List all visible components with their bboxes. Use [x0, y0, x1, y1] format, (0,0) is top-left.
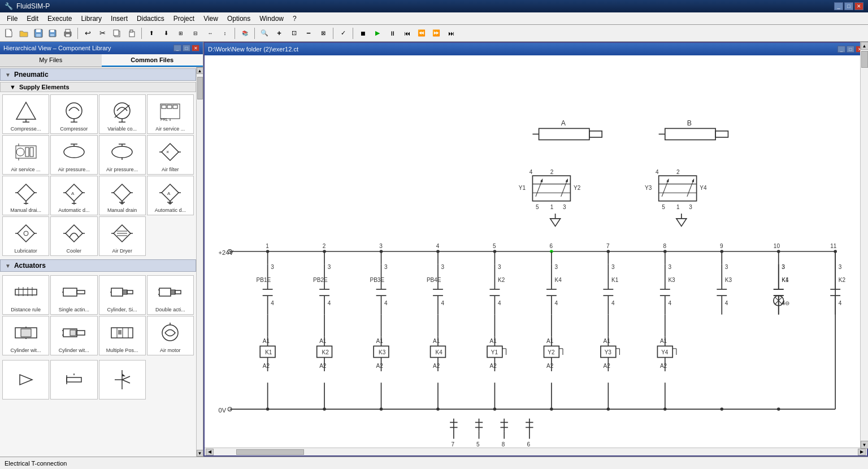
h-scroll-thumb[interactable]: [236, 449, 304, 455]
zoom-reset-button[interactable]: ⊠: [316, 27, 330, 40]
component-single-acting[interactable]: Single actin...: [50, 275, 97, 315]
menu-options[interactable]: Options: [223, 14, 255, 24]
svg-text:4: 4: [839, 300, 842, 306]
doc-minimize-button[interactable]: _: [837, 46, 845, 53]
menu-window[interactable]: Window: [255, 14, 288, 24]
component-air-service[interactable]: FRL Air service ...: [147, 94, 194, 134]
component-air-motor[interactable]: Air motor: [147, 316, 194, 355]
component-cooler[interactable]: Cooler: [50, 216, 97, 256]
component-extra-2[interactable]: [50, 360, 97, 399]
scroll-down-button[interactable]: ▼: [197, 450, 203, 457]
panel-minimize-button[interactable]: _: [173, 45, 181, 51]
title-bar: 🔧 FluidSIM-P _ □ ✕: [0, 0, 868, 12]
tab-my-files[interactable]: My Files: [0, 54, 102, 67]
scroll-up-button[interactable]: ▲: [197, 67, 203, 74]
component-extra-1[interactable]: [2, 360, 49, 399]
category-actuators[interactable]: ▼ Actuators: [0, 259, 196, 272]
dist-v-button[interactable]: ↕: [218, 27, 232, 40]
menu-project[interactable]: Project: [169, 14, 199, 24]
dist-h-button[interactable]: ↔: [203, 27, 217, 40]
maximize-button[interactable]: □: [844, 2, 853, 10]
panel-close-button[interactable]: ✕: [192, 45, 199, 51]
v-scroll-down-right[interactable]: ▼: [861, 441, 869, 449]
svg-rect-131: [665, 128, 715, 140]
zoom-out-button[interactable]: −: [302, 27, 315, 40]
align-top-button[interactable]: ⬆: [145, 27, 158, 40]
doc-canvas[interactable]: A B: [205, 55, 867, 448]
component-air-dryer[interactable]: Air Dryer: [99, 216, 146, 256]
component-auto-drain-2[interactable]: A Automatic d...: [147, 176, 194, 215]
component-multiple-pos[interactable]: Multiple Pos...: [99, 316, 146, 355]
copy-button[interactable]: [110, 27, 124, 40]
component-library-panel: Hierarchical View – Component Library _ …: [0, 42, 203, 457]
check-button[interactable]: ✓: [336, 27, 350, 40]
close-button[interactable]: ✕: [854, 2, 863, 10]
component-manual-drain-2[interactable]: Manual drain: [99, 176, 146, 215]
component-air-service-2[interactable]: Air service ...: [2, 135, 49, 175]
new-button[interactable]: [2, 27, 16, 40]
menu-execute[interactable]: Execute: [43, 14, 76, 24]
step-fwd-button[interactable]: ⏩: [429, 27, 443, 40]
component-compressor-triangle[interactable]: Compresse...: [2, 94, 49, 134]
save-button[interactable]: [32, 27, 45, 40]
print-button[interactable]: [61, 27, 75, 40]
component-extra-3[interactable]: [99, 360, 146, 399]
align-bottom-button[interactable]: ⬇: [159, 27, 173, 40]
zoom-in-button[interactable]: +: [272, 27, 286, 40]
doc-maximize-button[interactable]: □: [847, 46, 854, 53]
minimize-button[interactable]: _: [834, 2, 843, 10]
category-pneumatic[interactable]: ▼ Pneumatic: [0, 68, 196, 81]
component-manual-drain[interactable]: Manual drai...: [2, 176, 49, 215]
tab-common-files[interactable]: Common Files: [102, 54, 203, 67]
svg-rect-89: [63, 288, 77, 296]
menu-library[interactable]: Library: [76, 14, 106, 24]
menu-edit[interactable]: Edit: [22, 14, 43, 24]
component-variable-compressor[interactable]: Variable co...: [99, 94, 146, 134]
fast-fwd-button[interactable]: ⏭: [444, 27, 458, 40]
component-double-acting[interactable]: Double acti...: [147, 275, 194, 315]
component-air-pressure[interactable]: Air pressure...: [50, 135, 97, 175]
svg-text:Y4: Y4: [700, 185, 707, 191]
panel-scrollbar[interactable]: ▲ ▼: [196, 67, 203, 457]
component-air-pressure-2[interactable]: Air pressure...: [99, 135, 146, 175]
menu-file[interactable]: File: [2, 14, 22, 24]
component-distance-rule[interactable]: Distance rule: [2, 275, 49, 315]
zoom-window-button[interactable]: 🔍: [258, 27, 271, 40]
library-button[interactable]: 📚: [238, 27, 251, 40]
v-scrollbar-right[interactable]: ▲ ▼: [860, 42, 868, 449]
subcategory-supply-elements[interactable]: ▼ Supply Elements: [0, 82, 196, 92]
menu-didactics[interactable]: Didactics: [132, 14, 169, 24]
v-scroll-up-right[interactable]: ▲: [861, 42, 869, 50]
menu-insert[interactable]: Insert: [106, 14, 132, 24]
scroll-right-button[interactable]: ▶: [858, 449, 866, 455]
open-button[interactable]: [17, 27, 31, 40]
scroll-left-button[interactable]: ◀: [206, 449, 214, 455]
scroll-thumb[interactable]: [197, 77, 203, 99]
menu-help[interactable]: ?: [288, 14, 301, 24]
undo-button[interactable]: ↩: [81, 27, 94, 40]
h-scrollbar[interactable]: ◀ ▶: [205, 448, 867, 455]
save-all-button[interactable]: [46, 27, 60, 40]
component-cylinder-wit[interactable]: Cylinder wit...: [2, 316, 49, 355]
menu-view[interactable]: View: [199, 14, 223, 24]
cut-button[interactable]: ✂: [96, 27, 109, 40]
zoom-fit-button[interactable]: ⊡: [287, 27, 301, 40]
svg-text:3: 3: [554, 264, 558, 270]
pause-button[interactable]: ⏸: [385, 27, 399, 40]
paste-button[interactable]: [125, 27, 138, 40]
align-right-button[interactable]: ⊟: [189, 27, 202, 40]
component-compressor-circle[interactable]: Compressor: [50, 94, 97, 134]
stop-button[interactable]: ⏹: [356, 27, 370, 40]
k2-contact-5: 3 K2 4: [490, 264, 505, 314]
component-cylinder-si[interactable]: Cylinder, Si...: [99, 275, 146, 315]
play-button[interactable]: ▶: [371, 27, 384, 40]
rewind-button[interactable]: ⏮: [400, 27, 414, 40]
component-cylinder-wit-2[interactable]: Cylinder wit...: [50, 316, 97, 355]
component-air-filter[interactable]: × Air filter: [147, 135, 194, 175]
v-scroll-thumb-right[interactable]: [861, 51, 868, 68]
component-lubricator[interactable]: Lubricator: [2, 216, 49, 256]
component-auto-drain[interactable]: A Automatic d...: [50, 176, 97, 215]
step-back-button[interactable]: ⏪: [415, 27, 428, 40]
panel-maximize-button[interactable]: □: [183, 45, 190, 51]
align-left-button[interactable]: ⊞: [174, 27, 188, 40]
